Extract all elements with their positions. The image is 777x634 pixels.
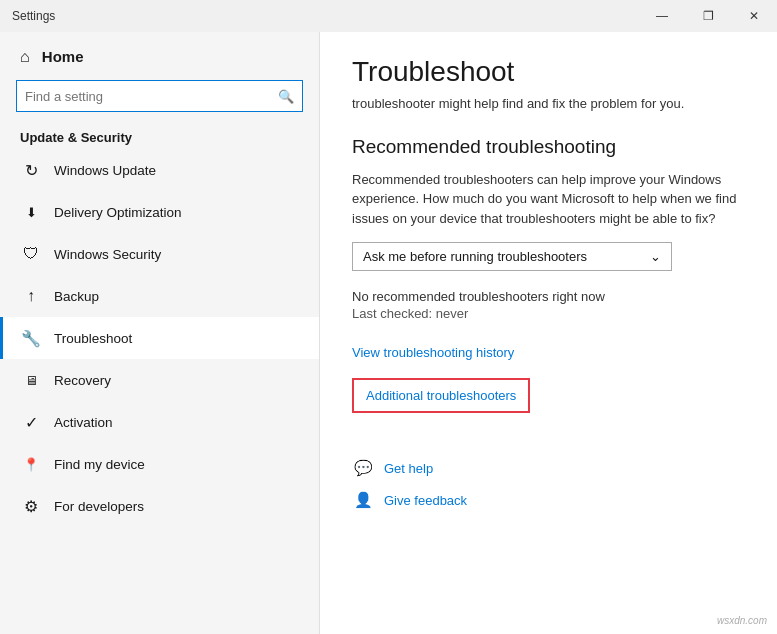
sidebar-item-windows-update[interactable]: ↻ Windows Update xyxy=(0,149,319,191)
close-button[interactable]: ✕ xyxy=(731,0,777,32)
sidebar-section-label: Update & Security xyxy=(0,122,319,149)
last-checked-text: Last checked: never xyxy=(352,306,745,321)
search-box[interactable]: 🔍 xyxy=(16,80,303,112)
chevron-down-icon: ⌄ xyxy=(650,249,661,264)
page-title: Troubleshoot xyxy=(352,56,745,88)
recommended-heading: Recommended troubleshooting xyxy=(352,136,745,158)
intro-text: troubleshooter might help find and fix t… xyxy=(352,94,745,114)
view-history-link[interactable]: View troubleshooting history xyxy=(352,345,514,360)
sidebar-item-backup[interactable]: ↑ Backup xyxy=(0,275,319,317)
search-input[interactable] xyxy=(25,89,278,104)
sidebar: ⌂ Home 🔍 Update & Security ↻ Windows Upd… xyxy=(0,32,320,634)
backup-icon: ↑ xyxy=(20,285,42,307)
sidebar-item-troubleshoot[interactable]: 🔧 Troubleshoot xyxy=(0,317,319,359)
main-content: Troubleshoot troubleshooter might help f… xyxy=(320,32,777,634)
titlebar: Settings — ❐ ✕ xyxy=(0,0,777,32)
sidebar-item-activation[interactable]: ✓ Activation xyxy=(0,401,319,443)
activation-icon: ✓ xyxy=(20,411,42,433)
give-feedback-link[interactable]: Give feedback xyxy=(384,493,467,508)
no-troubleshooters-text: No recommended troubleshooters right now xyxy=(352,289,745,304)
troubleshoot-icon: 🔧 xyxy=(20,327,42,349)
dropdown-value: Ask me before running troubleshooters xyxy=(363,249,587,264)
watermark: wsxdn.com xyxy=(717,615,767,626)
sidebar-item-windows-security[interactable]: 🛡 Windows Security xyxy=(0,233,319,275)
find-my-device-icon: 📍 xyxy=(20,453,42,475)
get-help-link[interactable]: Get help xyxy=(384,461,433,476)
settings-window: Settings — ❐ ✕ ⌂ Home 🔍 Update & Securit… xyxy=(0,0,777,634)
window-controls: — ❐ ✕ xyxy=(639,0,777,32)
windows-update-icon: ↻ xyxy=(20,159,42,181)
additional-troubleshooters-link[interactable]: Additional troubleshooters xyxy=(352,378,530,413)
give-feedback-icon: 👤 xyxy=(352,489,374,511)
maximize-button[interactable]: ❐ xyxy=(685,0,731,32)
sidebar-home-label[interactable]: ⌂ Home xyxy=(0,32,319,74)
get-help-row: 💬 Get help xyxy=(352,457,745,479)
sidebar-item-recovery[interactable]: 🖥 Recovery xyxy=(0,359,319,401)
sidebar-item-delivery-optimization[interactable]: ⬇ Delivery Optimization xyxy=(0,191,319,233)
minimize-button[interactable]: — xyxy=(639,0,685,32)
troubleshooter-dropdown[interactable]: Ask me before running troubleshooters ⌄ xyxy=(352,242,672,271)
recovery-icon: 🖥 xyxy=(20,369,42,391)
sidebar-item-for-developers[interactable]: ⚙ For developers xyxy=(0,485,319,527)
content-area: ⌂ Home 🔍 Update & Security ↻ Windows Upd… xyxy=(0,32,777,634)
search-icon: 🔍 xyxy=(278,89,294,104)
sidebar-item-find-my-device[interactable]: 📍 Find my device xyxy=(0,443,319,485)
recommended-desc: Recommended troubleshooters can help imp… xyxy=(352,170,745,229)
give-feedback-row: 👤 Give feedback xyxy=(352,489,745,511)
get-help-icon: 💬 xyxy=(352,457,374,479)
for-developers-icon: ⚙ xyxy=(20,495,42,517)
delivery-optimization-icon: ⬇ xyxy=(20,201,42,223)
windows-security-icon: 🛡 xyxy=(20,243,42,265)
additional-troubleshooters-wrapper: Additional troubleshooters xyxy=(352,378,745,435)
window-title: Settings xyxy=(12,9,55,23)
